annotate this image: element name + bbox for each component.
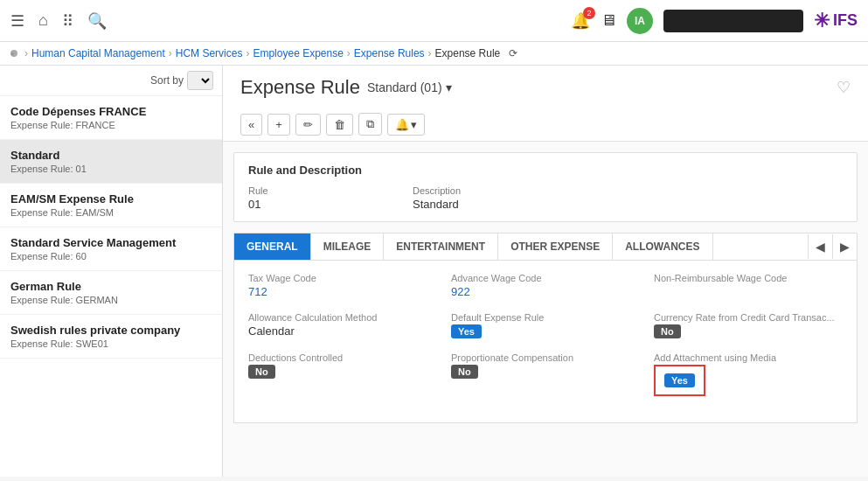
grid-icon[interactable]: ⠿ xyxy=(62,11,73,31)
tabs-bar: GENERAL MILEAGE ENTERTAINMENT OTHER EXPE… xyxy=(233,233,858,260)
sidebar-item-6[interactable]: Swedish rules private company Expense Ru… xyxy=(0,315,222,359)
advance-wage-code-value[interactable]: 922 xyxy=(451,285,640,298)
sidebar-item-4-title: Standard Service Management xyxy=(10,236,212,249)
dropdown-more-icon: ▾ xyxy=(411,118,417,131)
breadcrumb-employee-expense[interactable]: Employee Expense xyxy=(253,47,343,59)
sort-by-select[interactable] xyxy=(187,71,213,90)
copy-button[interactable]: ⧉ xyxy=(358,113,382,136)
yes-badge-attachment: Yes xyxy=(664,373,695,387)
page-title: Expense Rule xyxy=(240,76,360,99)
rule-field: Rule 01 xyxy=(248,185,392,211)
refresh-icon[interactable]: ⟳ xyxy=(509,47,517,59)
delete-button[interactable]: 🗑 xyxy=(326,114,353,136)
rule-description-section: Rule and Description Rule 01 Description… xyxy=(233,152,858,222)
top-search-input[interactable] xyxy=(663,10,803,32)
sidebar-item-5-title: German Rule xyxy=(10,280,212,293)
breadcrumb-current: Expense Rule xyxy=(435,47,501,59)
sidebar: Sort by Code Dépenses FRANCE Expense Rul… xyxy=(0,66,223,477)
add-button[interactable]: + xyxy=(267,114,290,136)
proportionate-comp-value: No xyxy=(451,365,640,379)
breadcrumb-hcm-services[interactable]: HCM Services xyxy=(176,47,243,59)
no-badge-currency: No xyxy=(654,324,681,338)
home-icon[interactable]: ⌂ xyxy=(38,11,48,30)
tab-entertainment[interactable]: ENTERTAINMENT xyxy=(384,234,498,260)
sidebar-item-3[interactable]: EAM/SM Expense Rule Expense Rule: EAM/SM xyxy=(0,184,222,227)
ifs-logo: ✳ IFS xyxy=(814,10,858,32)
tax-wage-code-label: Tax Wage Code xyxy=(248,273,437,283)
currency-rate-value: No xyxy=(654,324,843,338)
more-button[interactable]: 🔔 ▾ xyxy=(387,114,425,136)
dropdown-arrow-icon[interactable]: ▾ xyxy=(446,80,452,94)
top-navigation: ☰ ⌂ ⠿ 🔍 🔔 2 🖥 IA ✳ IFS xyxy=(0,0,868,42)
form-row: Rule 01 Description Standard xyxy=(248,185,843,211)
rule-value: 01 xyxy=(248,198,392,211)
advance-wage-code-field: Advance Wage Code 922 xyxy=(451,273,654,298)
deductions-controlled-field: Deductions Controlled No xyxy=(248,352,451,396)
advance-wage-code-label: Advance Wage Code xyxy=(451,273,640,283)
section-title: Rule and Description xyxy=(248,164,843,177)
add-attachment-highlight-box: Yes xyxy=(654,365,705,396)
breadcrumb-expense-rules[interactable]: Expense Rules xyxy=(354,47,425,59)
breadcrumb: ● › Human Capital Management › HCM Servi… xyxy=(0,42,868,66)
tab-row-1: Tax Wage Code 712 Advance Wage Code 922 … xyxy=(248,273,843,298)
allowance-calc-label: Allowance Calculation Method xyxy=(248,312,437,323)
no-badge-deductions: No xyxy=(248,365,275,379)
allowance-calc-method-field: Allowance Calculation Method Calendar xyxy=(248,312,451,338)
sidebar-item-6-sub: Expense Rule: SWE01 xyxy=(10,338,212,349)
more-icon: 🔔 xyxy=(395,118,409,131)
sidebar-item-5[interactable]: German Rule Expense Rule: GERMAN xyxy=(0,271,222,315)
tab-allowances[interactable]: ALLOWANCES xyxy=(613,234,712,260)
ifs-label: IFS xyxy=(833,11,858,30)
tab-row-3: Deductions Controlled No Proportionate C… xyxy=(248,352,843,396)
sidebar-item-1-sub: Expense Rule: FRANCE xyxy=(10,120,212,130)
breadcrumb-hcm[interactable]: Human Capital Management xyxy=(31,47,165,59)
sidebar-item-2-title: Standard xyxy=(10,149,212,162)
favorite-button[interactable]: ♡ xyxy=(837,78,851,97)
sidebar-item-2[interactable]: Standard Expense Rule: 01 xyxy=(0,140,222,184)
sidebar-sort-bar: Sort by xyxy=(0,66,222,96)
hamburger-icon[interactable]: ☰ xyxy=(10,11,24,31)
sep-icon: › xyxy=(169,47,172,59)
add-attachment-field: Add Attachment using Media Yes xyxy=(654,352,843,396)
sidebar-item-4[interactable]: Standard Service Management Expense Rule… xyxy=(0,227,222,271)
search-icon[interactable]: 🔍 xyxy=(87,11,107,31)
main-layout: Sort by Code Dépenses FRANCE Expense Rul… xyxy=(0,66,868,477)
sidebar-item-3-title: EAM/SM Expense Rule xyxy=(10,192,212,206)
description-value: Standard xyxy=(413,198,843,211)
tab-prev-button[interactable]: ◀ xyxy=(808,234,832,259)
default-expense-rule-value: Yes xyxy=(451,324,640,338)
back-button[interactable]: « xyxy=(240,114,262,136)
notification-badge: 2 xyxy=(583,7,595,19)
nav-left: ☰ ⌂ ⠿ 🔍 xyxy=(10,11,107,31)
nav-right: 🔔 2 🖥 IA ✳ IFS xyxy=(571,8,858,34)
monitor-icon[interactable]: 🖥 xyxy=(601,11,616,30)
sep: › xyxy=(24,47,28,59)
ifs-star-icon: ✳ xyxy=(814,10,830,32)
tab-other-expense[interactable]: OTHER EXPENSE xyxy=(498,234,613,260)
badge-label: Standard (01) xyxy=(367,80,442,94)
dot-icon: ● xyxy=(10,50,17,57)
tab-general[interactable]: GENERAL xyxy=(234,234,311,260)
page-title-badge[interactable]: Standard (01) ▾ xyxy=(367,80,452,94)
notification-bell-wrapper[interactable]: 🔔 2 xyxy=(571,11,590,31)
description-field: Description Standard xyxy=(413,185,843,211)
sidebar-item-2-sub: Expense Rule: 01 xyxy=(10,164,212,174)
page-title-row: Expense Rule Standard (01) ▾ ♡ xyxy=(240,76,851,99)
deductions-controlled-label: Deductions Controlled xyxy=(248,352,437,363)
tab-next-button[interactable]: ▶ xyxy=(832,234,857,259)
tax-wage-code-value[interactable]: 712 xyxy=(248,285,437,298)
tab-row-2: Allowance Calculation Method Calendar De… xyxy=(248,312,843,338)
tab-mileage[interactable]: MILEAGE xyxy=(311,234,385,260)
sidebar-item-1[interactable]: Code Dépenses FRANCE Expense Rule: FRANC… xyxy=(0,96,222,140)
sort-by-label: Sort by xyxy=(150,74,184,87)
sidebar-item-5-sub: Expense Rule: GERMAN xyxy=(10,295,212,305)
yes-badge-default: Yes xyxy=(451,324,482,338)
description-label: Description xyxy=(413,185,843,196)
proportionate-comp-field: Proportionate Compensation No xyxy=(451,352,654,396)
currency-rate-label: Currency Rate from Credit Card Transac..… xyxy=(654,312,843,323)
page-header: Expense Rule Standard (01) ▾ ♡ « + ✏ 🗑 ⧉… xyxy=(223,66,868,142)
edit-button[interactable]: ✏ xyxy=(295,114,321,136)
sidebar-item-1-title: Code Dépenses FRANCE xyxy=(10,105,212,118)
avatar[interactable]: IA xyxy=(627,8,653,34)
no-badge-proportionate: No xyxy=(451,365,478,379)
